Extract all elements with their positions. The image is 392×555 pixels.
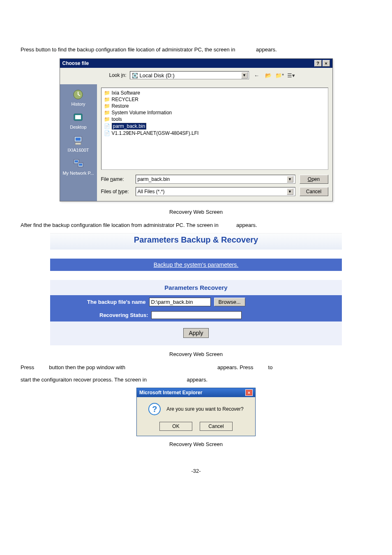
close-button[interactable]: × <box>245 389 253 396</box>
up-folder-icon[interactable]: 📂 <box>264 71 273 79</box>
new-folder-icon[interactable]: 📁* <box>275 71 284 79</box>
text: Press <box>21 364 36 370</box>
panel-title: Parameters Backup & Recovery <box>50 233 342 250</box>
disk-icon <box>132 72 140 79</box>
back-icon[interactable]: ← <box>252 71 261 79</box>
list-item[interactable]: V1.1.29EN-PLANET(GSW-4804SF).LFI <box>104 130 325 136</box>
ok-button[interactable]: OK <box>159 422 192 431</box>
ie-title-text: Microsoft Internet Explorer <box>139 390 202 395</box>
list-item[interactable]: Restore <box>104 103 325 109</box>
question-icon: ? <box>148 403 161 415</box>
ie-titlebar: Microsoft Internet Explorer × <box>137 388 255 397</box>
history-icon <box>71 88 85 101</box>
filetype-value: All Files (*.*) <box>138 189 165 194</box>
backup-filename-row: The backup file's name D:\parm_back.bin … <box>50 295 342 309</box>
lookin-value: Local Disk (D:) <box>140 72 175 79</box>
svg-rect-2 <box>75 115 81 119</box>
open-button[interactable]: Open <box>300 175 328 184</box>
panel-subtitle: Parameters Recovery <box>50 280 342 295</box>
list-item[interactable]: tools <box>104 116 325 123</box>
filename-value: parm_back.bin <box>138 176 170 182</box>
figure-caption: Recovery Web Screen <box>21 441 371 447</box>
start-line: start the configuraiton recover process.… <box>21 375 371 384</box>
press-apply-line: Press button then the pop window with ap… <box>21 363 371 372</box>
close-button[interactable]: × <box>323 60 330 67</box>
svg-rect-8 <box>75 160 78 162</box>
apply-button[interactable]: Apply <box>183 328 208 338</box>
folder-icon <box>104 110 110 116</box>
text: to <box>268 364 273 370</box>
svg-rect-4 <box>76 138 81 141</box>
folder-icon <box>104 97 110 102</box>
recovering-status-row: Recovering Status: <box>50 309 342 321</box>
ie-confirm-dialog: Microsoft Internet Explorer × ? Are you … <box>136 388 256 436</box>
row-label: The backup file's name <box>87 299 146 305</box>
parameters-panel: Parameters Backup & Recovery Backup the … <box>50 233 342 345</box>
place-label: History <box>71 102 85 106</box>
dialog-titlebar: Choose file ? × <box>60 59 332 68</box>
intro-line: Press button to find the backup configur… <box>21 45 371 54</box>
cancel-button[interactable]: Cancel <box>200 422 233 431</box>
figure-caption: Recovery Web Screen <box>21 351 371 357</box>
places-bar: History Desktop IXIA1600T My Network P..… <box>60 84 97 201</box>
list-item[interactable]: Ixia Software <box>104 90 325 96</box>
chevron-down-icon[interactable]: ▼ <box>287 176 293 183</box>
place-label: My Network P... <box>62 171 94 176</box>
ie-message: Are you sure you want to Recover? <box>166 406 243 412</box>
chevron-down-icon[interactable]: ▼ <box>287 188 293 195</box>
press-label: Press <box>21 46 34 53</box>
file-icon <box>104 123 110 129</box>
network-icon <box>71 157 85 170</box>
after-find-line: After find the backup configuration file… <box>21 221 371 230</box>
place-ixia[interactable]: IXIA1600T <box>68 133 89 154</box>
folder-icon <box>104 116 110 122</box>
place-label: IXIA1600T <box>68 148 89 153</box>
place-history[interactable]: History <box>71 87 85 108</box>
backup-path-input[interactable]: D:\parm_back.bin <box>149 298 211 306</box>
choose-file-dialog: Choose file ? × Look in: Local Disk (D:)… <box>60 58 333 201</box>
after-find-text: After find the backup configuration file… <box>21 222 220 228</box>
help-button[interactable]: ? <box>314 60 322 67</box>
text: appears. <box>187 377 208 383</box>
computer-icon <box>71 134 85 147</box>
view-menu-icon[interactable]: ☰▾ <box>287 71 296 79</box>
place-network[interactable]: My Network P... <box>62 156 94 177</box>
text: appears. Press <box>217 364 255 370</box>
folder-icon <box>104 90 110 96</box>
list-item[interactable]: RECYCLER <box>104 96 325 103</box>
lookin-label: Look in: <box>109 72 127 78</box>
text: button then the pop window with <box>49 364 127 370</box>
file-list[interactable]: Ixia Software RECYCLER Restore System Vo… <box>101 88 328 170</box>
place-label: Desktop <box>70 125 86 130</box>
after-find-appears: appears. <box>236 222 257 228</box>
intro-appears: appears. <box>256 46 277 53</box>
status-box <box>151 311 242 319</box>
dialog-title: Choose file <box>62 60 89 66</box>
cancel-button[interactable]: Cancel <box>300 187 328 196</box>
page-number: -32- <box>21 468 371 474</box>
svg-rect-5 <box>75 143 81 145</box>
filetype-label: Files of type: <box>101 189 131 194</box>
chevron-down-icon[interactable]: ▼ <box>241 72 248 79</box>
list-item[interactable]: System Volume Information <box>104 109 325 116</box>
folder-icon <box>104 103 110 109</box>
lookin-select[interactable]: Local Disk (D:) ▼ <box>130 71 249 79</box>
backup-link[interactable]: Backup the system's parameters. <box>154 261 239 268</box>
desktop-icon <box>71 111 85 124</box>
filename-label: File name: <box>101 176 131 182</box>
filetype-select[interactable]: All Files (*.*) ▼ <box>136 187 295 196</box>
filename-input[interactable]: parm_back.bin ▼ <box>136 175 295 184</box>
place-desktop[interactable]: Desktop <box>70 110 86 131</box>
svg-rect-9 <box>79 164 82 166</box>
backup-link-bar: Backup the system's parameters. <box>50 259 342 271</box>
figure-caption: Recovery Web Screen <box>21 209 371 215</box>
browse-button[interactable]: Browse... <box>214 298 245 306</box>
row-label: Recovering Status: <box>99 312 148 318</box>
text: start the configuraiton recover process.… <box>21 377 148 383</box>
file-icon <box>104 130 110 136</box>
intro-rest: button to find the backup configuration … <box>36 46 237 53</box>
list-item-selected[interactable]: parm_back.bin <box>104 123 325 130</box>
